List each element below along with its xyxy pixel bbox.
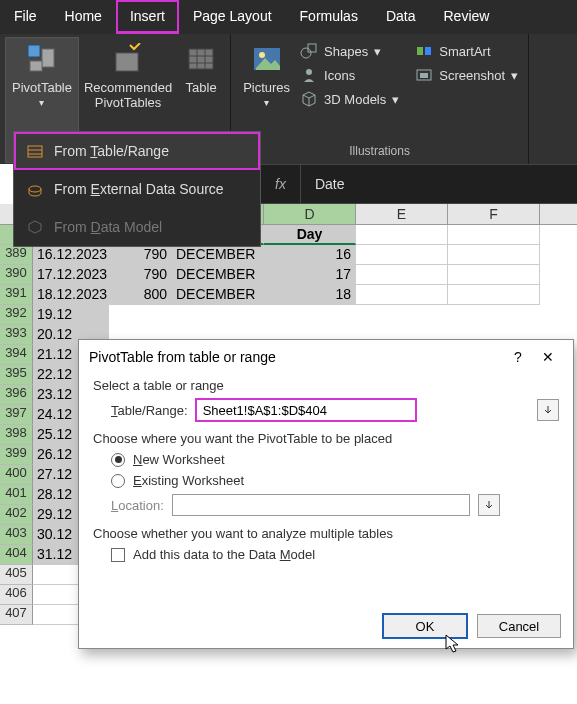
add-model-label: Add this data to the Data Model (133, 547, 315, 562)
checkbox-icon (111, 548, 125, 562)
from-external-icon (26, 180, 44, 198)
row-header[interactable]: 401 (0, 485, 33, 505)
collapse-dialog-button-2[interactable] (478, 494, 500, 516)
row-header[interactable]: 394 (0, 345, 33, 365)
cell-month[interactable]: DECEMBER (172, 245, 264, 265)
cell[interactable] (356, 245, 448, 265)
row-header[interactable]: 406 (0, 585, 33, 605)
row-header[interactable]: 398 (0, 425, 33, 445)
recommended-pivot-label: Recommended PivotTables (84, 80, 172, 110)
new-worksheet-label: New Worksheet (133, 452, 225, 467)
group-label-illustrations: Illustrations (349, 144, 410, 162)
table-label: Table (186, 80, 217, 95)
cell-date[interactable]: 18.12.2023 (33, 285, 109, 305)
row-header[interactable]: 395 (0, 365, 33, 385)
screenshot-button[interactable]: Screenshot ▾ (411, 64, 522, 86)
cell-date[interactable]: 17.12.2023 (33, 265, 109, 285)
chevron-down-icon: ▾ (511, 68, 518, 83)
cell[interactable] (356, 265, 448, 285)
row-header[interactable]: 392 (0, 305, 33, 325)
dialog-help-button[interactable]: ? (503, 349, 533, 365)
svg-rect-14 (417, 47, 423, 55)
row-header[interactable]: 393 (0, 325, 33, 345)
shapes-label: Shapes (324, 44, 368, 59)
cell-day[interactable]: 18 (264, 285, 356, 305)
row-header[interactable]: 391 (0, 285, 33, 305)
pictures-label: Pictures (243, 80, 290, 95)
row-header[interactable]: 404 (0, 545, 33, 565)
cancel-button[interactable]: Cancel (477, 614, 561, 638)
radio-existing-worksheet[interactable]: Existing Worksheet (111, 473, 559, 488)
select-range-label: Select a table or range (93, 378, 559, 393)
formula-value[interactable]: Date (301, 176, 359, 192)
existing-worksheet-label: Existing Worksheet (133, 473, 244, 488)
cell-month[interactable]: DECEMBER (172, 265, 264, 285)
menu-from-external[interactable]: From External Data Source (14, 170, 260, 208)
shapes-button[interactable]: Shapes ▾ (296, 40, 403, 62)
cell-day[interactable]: 16 (264, 245, 356, 265)
cell-date[interactable]: 19.12 (33, 305, 109, 325)
dialog-close-button[interactable]: ✕ (533, 349, 563, 365)
row-header[interactable]: 399 (0, 445, 33, 465)
tab-file[interactable]: File (0, 0, 51, 34)
cell-month[interactable]: DECEMBER (172, 285, 264, 305)
cell[interactable] (448, 225, 540, 245)
choose-multi-label: Choose whether you want to analyze multi… (93, 526, 559, 541)
table-icon (184, 42, 218, 76)
cell-date[interactable]: 16.12.2023 (33, 245, 109, 265)
row-header[interactable]: 407 (0, 605, 33, 625)
location-label: Location: (111, 498, 164, 513)
radio-new-worksheet[interactable]: New Worksheet (111, 452, 559, 467)
smartart-button[interactable]: SmartArt (411, 40, 522, 62)
table-range-input[interactable] (196, 399, 416, 421)
row-header[interactable]: 403 (0, 525, 33, 545)
cell[interactable] (448, 245, 540, 265)
row-header[interactable]: 390 (0, 265, 33, 285)
cell[interactable] (448, 285, 540, 305)
tab-insert[interactable]: Insert (116, 0, 179, 34)
smartart-label: SmartArt (439, 44, 490, 59)
radio-icon (111, 474, 125, 488)
row-header[interactable]: 400 (0, 465, 33, 485)
cell-sales[interactable]: 790 (109, 245, 172, 265)
cell[interactable] (356, 225, 448, 245)
3dmodels-button[interactable]: 3D Models ▾ (296, 88, 403, 110)
collapse-dialog-button[interactable] (537, 399, 559, 421)
tab-data[interactable]: Data (372, 0, 430, 34)
location-input[interactable] (172, 494, 470, 516)
tab-page-layout[interactable]: Page Layout (179, 0, 286, 34)
cell-sales[interactable]: 790 (109, 265, 172, 285)
tab-formulas[interactable]: Formulas (286, 0, 372, 34)
row-header[interactable]: 402 (0, 505, 33, 525)
pivottable-dialog: PivotTable from table or range ? ✕ Selec… (78, 339, 574, 649)
cell[interactable] (448, 265, 540, 285)
row-header[interactable]: 405 (0, 565, 33, 585)
3dmodels-label: 3D Models (324, 92, 386, 107)
row-header[interactable]: 389 (0, 245, 33, 265)
pictures-icon (250, 42, 284, 76)
icons-button[interactable]: Icons (296, 64, 403, 86)
pictures-button[interactable]: Pictures ▾ (237, 38, 296, 144)
row-header[interactable]: 397 (0, 405, 33, 425)
table-row: 38916.12.2023790DECEMBER16 (0, 245, 577, 265)
3dmodels-icon (300, 90, 318, 108)
tab-review[interactable]: Review (430, 0, 504, 34)
choose-place-label: Choose where you want the PivotTable to … (93, 431, 559, 446)
col-header-D[interactable]: D (264, 204, 356, 224)
ribbon-tabbar: File Home Insert Page Layout Formulas Da… (0, 0, 577, 34)
tab-home[interactable]: Home (51, 0, 116, 34)
menu-from-table-range[interactable]: From Table/Range (14, 132, 260, 170)
cell[interactable] (356, 285, 448, 305)
ok-button[interactable]: OK (383, 614, 467, 638)
svg-rect-4 (189, 49, 213, 69)
col-header-F[interactable]: F (448, 204, 540, 224)
fx-icon[interactable]: fx (261, 165, 301, 203)
smartart-icon (415, 42, 433, 60)
cell-day[interactable]: 17 (264, 265, 356, 285)
header-day[interactable]: Day (264, 225, 356, 245)
from-model-icon (26, 218, 44, 236)
row-header[interactable]: 396 (0, 385, 33, 405)
col-header-E[interactable]: E (356, 204, 448, 224)
checkbox-add-data-model[interactable]: Add this data to the Data Model (111, 547, 559, 562)
cell-sales[interactable]: 800 (109, 285, 172, 305)
